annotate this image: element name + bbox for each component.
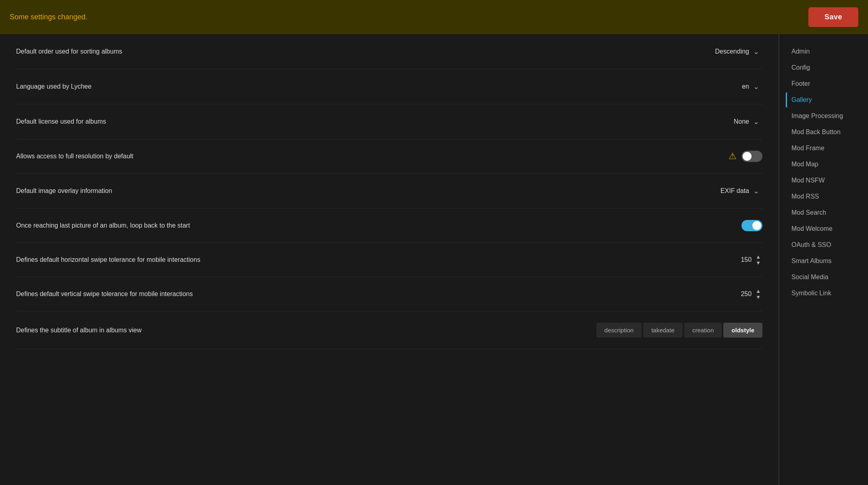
subtitle-options: descriptiontakedatecreationoldstyle: [596, 323, 762, 338]
dropdown-value-language: en: [742, 83, 749, 90]
sidebar-item-symbolic-link[interactable]: Symbolic Link: [786, 286, 862, 301]
toggle-loop-album[interactable]: [741, 220, 762, 231]
chevron-down-icon: ⌄: [753, 117, 759, 126]
setting-row-image-overlay: Default image overlay informationEXIF da…: [16, 174, 762, 209]
setting-label-album-subtitle: Defines the subtitle of album in albums …: [16, 327, 596, 334]
settings-panel: Default order used for sorting albumsDes…: [0, 34, 779, 485]
sidebar-item-config[interactable]: Config: [786, 60, 862, 75]
chevron-down-icon: ⌄: [753, 82, 759, 91]
setting-label-image-overlay: Default image overlay information: [16, 187, 717, 195]
stepper-up-vertical-swipe[interactable]: ▲: [754, 288, 762, 294]
setting-control-image-overlay: EXIF data⌄: [717, 185, 762, 197]
setting-label-language: Language used by Lychee: [16, 83, 739, 90]
setting-label-default-license: Default license used for albums: [16, 118, 731, 125]
stepper-vertical-swipe: 250▲▼: [735, 288, 762, 300]
sidebar-item-image-processing[interactable]: Image Processing: [786, 108, 862, 124]
sidebar: AdminConfigFooterGalleryImage Processing…: [779, 34, 868, 485]
setting-row-full-resolution: Allows access to full resolution by defa…: [16, 139, 762, 174]
save-button[interactable]: Save: [808, 7, 858, 27]
setting-label-loop-album: Once reaching last picture of an album, …: [16, 222, 741, 229]
sidebar-item-mod-welcome[interactable]: Mod Welcome: [786, 221, 862, 236]
setting-control-sort-order: Descending⌄: [712, 46, 763, 58]
sidebar-item-oauth-sso[interactable]: OAuth & SSO: [786, 237, 862, 253]
sidebar-item-admin[interactable]: Admin: [786, 44, 862, 59]
dropdown-language[interactable]: en⌄: [739, 81, 762, 93]
setting-row-language: Language used by Lycheeen⌄: [16, 69, 762, 104]
setting-control-vertical-swipe: 250▲▼: [735, 288, 762, 300]
setting-control-default-license: None⌄: [731, 116, 762, 128]
sidebar-item-mod-back-button[interactable]: Mod Back Button: [786, 124, 862, 140]
dropdown-image-overlay[interactable]: EXIF data⌄: [717, 185, 762, 197]
subtitle-option-description[interactable]: description: [596, 323, 642, 338]
stepper-horizontal-swipe: 150▲▼: [735, 254, 762, 265]
subtitle-option-creation[interactable]: creation: [684, 323, 722, 338]
dropdown-sort-order[interactable]: Descending⌄: [712, 46, 763, 58]
toggle-switch-full-resolution[interactable]: [741, 151, 762, 162]
sidebar-item-mod-search[interactable]: Mod Search: [786, 205, 862, 220]
sidebar-item-mod-nsfw[interactable]: Mod NSFW: [786, 173, 862, 188]
setting-control-loop-album: [741, 220, 762, 231]
stepper-buttons-vertical-swipe: ▲▼: [754, 288, 762, 300]
sidebar-item-social-media[interactable]: Social Media: [786, 269, 862, 285]
stepper-down-horizontal-swipe[interactable]: ▼: [754, 260, 762, 265]
setting-row-sort-order: Default order used for sorting albumsDes…: [16, 34, 762, 69]
setting-row-album-subtitle: Defines the subtitle of album in albums …: [16, 311, 762, 349]
setting-control-full-resolution: ⚠: [729, 151, 762, 162]
setting-control-album-subtitle: descriptiontakedatecreationoldstyle: [596, 323, 762, 338]
warning-icon-full-resolution: ⚠: [729, 151, 737, 162]
toggle-thumb-loop-album: [752, 221, 761, 230]
dropdown-default-license[interactable]: None⌄: [731, 116, 762, 128]
setting-label-horizontal-swipe: Defines default horizontal swipe toleran…: [16, 256, 735, 263]
toggle-thumb-full-resolution: [743, 152, 752, 161]
dropdown-value-image-overlay: EXIF data: [721, 187, 749, 195]
sidebar-item-footer[interactable]: Footer: [786, 76, 862, 91]
setting-control-language: en⌄: [739, 81, 762, 93]
toggle-full-resolution[interactable]: [741, 151, 762, 162]
chevron-down-icon: ⌄: [753, 47, 759, 56]
stepper-value-horizontal-swipe: 150: [735, 256, 752, 263]
stepper-up-horizontal-swipe[interactable]: ▲: [754, 254, 762, 259]
sidebar-item-mod-frame[interactable]: Mod Frame: [786, 141, 862, 156]
subtitle-option-takedate[interactable]: takedate: [643, 323, 683, 338]
settings-changed-message: Some settings changed.: [10, 13, 87, 21]
setting-row-default-license: Default license used for albumsNone⌄: [16, 104, 762, 139]
sidebar-item-mod-rss[interactable]: Mod RSS: [786, 189, 862, 204]
sidebar-item-smart-albums[interactable]: Smart Albums: [786, 253, 862, 269]
sidebar-item-gallery[interactable]: Gallery: [786, 92, 862, 108]
setting-control-horizontal-swipe: 150▲▼: [735, 254, 762, 265]
dropdown-value-sort-order: Descending: [715, 48, 750, 55]
subtitle-option-oldstyle[interactable]: oldstyle: [723, 323, 762, 338]
chevron-down-icon: ⌄: [753, 187, 759, 195]
sidebar-item-mod-map[interactable]: Mod Map: [786, 157, 862, 172]
toggle-switch-loop-album[interactable]: [741, 220, 762, 231]
setting-label-sort-order: Default order used for sorting albums: [16, 48, 712, 55]
setting-row-loop-album: Once reaching last picture of an album, …: [16, 209, 762, 243]
stepper-down-vertical-swipe[interactable]: ▼: [754, 294, 762, 300]
top-bar: Some settings changed. Save: [0, 0, 868, 34]
stepper-buttons-horizontal-swipe: ▲▼: [754, 254, 762, 265]
setting-label-vertical-swipe: Defines default vertical swipe tolerance…: [16, 290, 735, 298]
setting-label-full-resolution: Allows access to full resolution by defa…: [16, 153, 729, 160]
setting-row-horizontal-swipe: Defines default horizontal swipe toleran…: [16, 243, 762, 277]
dropdown-value-default-license: None: [734, 118, 749, 125]
setting-row-vertical-swipe: Defines default vertical swipe tolerance…: [16, 277, 762, 311]
stepper-value-vertical-swipe: 250: [735, 290, 752, 298]
